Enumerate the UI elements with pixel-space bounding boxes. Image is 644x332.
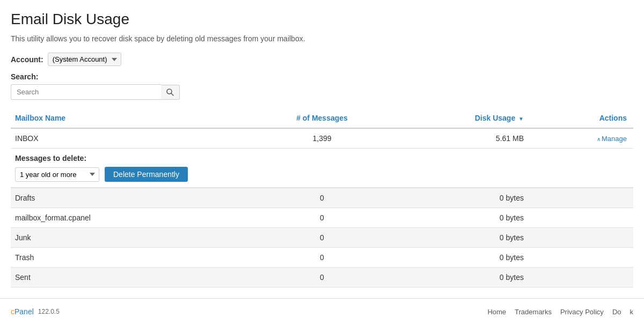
cpanel-logo: cPanel bbox=[11, 307, 34, 316]
inbox-disk-usage: 5.61 MB bbox=[384, 128, 540, 149]
mailbox-table: Mailbox Name # of Messages Disk Usage ▼ … bbox=[11, 108, 633, 287]
account-select[interactable]: (System Account) bbox=[48, 53, 121, 66]
table-row: Sent 0 0 bytes bbox=[11, 268, 633, 287]
chevron-up-icon: ∧ bbox=[597, 136, 601, 142]
delete-timeframe-select[interactable]: 1 year old or more6 months old or more3 … bbox=[15, 167, 99, 182]
row-disk-usage: 0 bytes bbox=[384, 228, 540, 248]
sort-indicator: ▼ bbox=[518, 116, 524, 122]
messages-delete-label: Messages to delete: bbox=[15, 154, 629, 163]
table-row: Drafts 0 0 bytes bbox=[11, 188, 633, 208]
page-subtitle: This utility allows you to recover disk … bbox=[11, 34, 633, 43]
col-header-mailbox-name: Mailbox Name bbox=[11, 108, 260, 128]
row-disk-usage: 0 bytes bbox=[384, 208, 540, 228]
cpanel-version: 122.0.5 bbox=[38, 308, 60, 315]
col-header-actions: Actions bbox=[540, 108, 633, 128]
messages-delete-row: Messages to delete: 1 year old or more6 … bbox=[11, 149, 633, 188]
delete-permanently-button[interactable]: Delete Permanently bbox=[105, 167, 188, 182]
inbox-manage-link[interactable]: ∧Manage bbox=[597, 135, 627, 143]
table-row-inbox: INBOX 1,399 5.61 MB ∧Manage bbox=[11, 128, 633, 149]
table-row: Trash 0 0 bytes bbox=[11, 248, 633, 268]
svg-line-1 bbox=[171, 93, 173, 95]
row-name: Sent bbox=[11, 268, 260, 287]
table-row: mailbox_format.cpanel 0 0 bytes bbox=[11, 208, 633, 228]
inbox-messages: 1,399 bbox=[260, 128, 384, 149]
inbox-actions: ∧Manage bbox=[540, 128, 633, 149]
footer-link-home[interactable]: Home bbox=[487, 308, 506, 316]
row-messages: 0 bbox=[260, 268, 384, 287]
row-messages: 0 bbox=[260, 228, 384, 248]
col-header-num-messages: # of Messages bbox=[260, 108, 384, 128]
footer: cPanel 122.0.5 Home Trademarks Privacy P… bbox=[0, 298, 644, 324]
account-label: Account: bbox=[11, 55, 43, 64]
search-icon bbox=[166, 88, 174, 96]
search-button[interactable] bbox=[161, 85, 180, 100]
inbox-name: INBOX bbox=[11, 128, 260, 149]
col-header-disk-usage[interactable]: Disk Usage ▼ bbox=[384, 108, 540, 128]
row-name: Trash bbox=[11, 248, 260, 268]
footer-links: Home Trademarks Privacy Policy Do k bbox=[487, 308, 633, 316]
row-messages: 0 bbox=[260, 208, 384, 228]
row-name: Junk bbox=[11, 228, 260, 248]
search-input[interactable] bbox=[11, 84, 161, 100]
page-title: Email Disk Usage bbox=[11, 11, 633, 28]
footer-link-do[interactable]: Do bbox=[612, 308, 621, 316]
row-messages: 0 bbox=[260, 188, 384, 208]
search-label: Search: bbox=[11, 72, 633, 81]
table-row: Junk 0 0 bytes bbox=[11, 228, 633, 248]
row-disk-usage: 0 bytes bbox=[384, 188, 540, 208]
row-name: mailbox_format.cpanel bbox=[11, 208, 260, 228]
row-disk-usage: 0 bytes bbox=[384, 268, 540, 287]
footer-link-trademarks[interactable]: Trademarks bbox=[515, 308, 552, 316]
footer-link-k[interactable]: k bbox=[630, 308, 634, 316]
footer-link-privacy[interactable]: Privacy Policy bbox=[560, 308, 604, 316]
row-name: Drafts bbox=[11, 188, 260, 208]
cpanel-brand: cPanel 122.0.5 bbox=[11, 307, 60, 316]
row-disk-usage: 0 bytes bbox=[384, 248, 540, 268]
row-messages: 0 bbox=[260, 248, 384, 268]
